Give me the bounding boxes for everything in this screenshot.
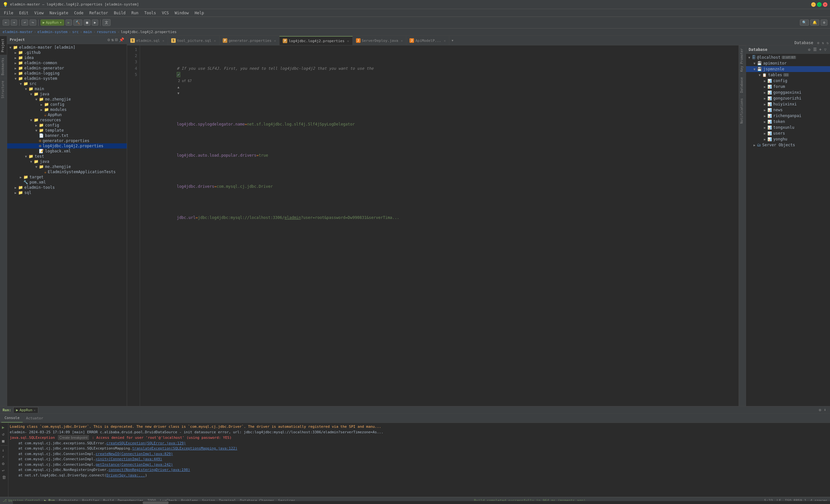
- tree-item-root[interactable]: ▼ 📁 eladmin-master [eladmin]: [7, 45, 127, 50]
- db-table-richenganpai[interactable]: ▶ 📊 richenganpai: [746, 113, 830, 119]
- run-scroll-end-icon[interactable]: ⬇: [823, 408, 827, 412]
- tree-item-test[interactable]: ▼ 📁 test: [7, 154, 127, 159]
- tab-close-icon[interactable]: ✕: [347, 39, 349, 43]
- database-tab[interactable]: Database: [792, 40, 816, 45]
- db-settings-icon[interactable]: ⚙: [816, 41, 821, 45]
- menu-tools[interactable]: Tools: [142, 10, 159, 16]
- create-breakpoint-btn[interactable]: Create breakpoint: [58, 435, 89, 440]
- tree-item-generator[interactable]: ▶ 📁 eladmin-generator: [7, 65, 127, 71]
- tree-item-apprun-class[interactable]: ☕ AppRun: [7, 112, 127, 117]
- console-tab[interactable]: Console: [1, 414, 23, 422]
- breadcrumb-part-4[interactable]: resources: [97, 30, 116, 34]
- tree-item-mezhengjie[interactable]: ▼ 📁 me.zhengjie: [7, 97, 127, 102]
- code-editor[interactable]: 1 2 3 4 5 # If you use SLF4J. First, you…: [127, 45, 739, 406]
- db-list-btn[interactable]: ☰: [812, 47, 818, 52]
- db-table-gongzuorizhi[interactable]: ▶ 📊 gongzuorizhi: [746, 95, 830, 101]
- tab-serverdeploy[interactable]: J ServerDeploy.java ✕: [353, 36, 407, 45]
- tab-close-icon[interactable]: ✕: [444, 39, 446, 42]
- tab-close-icon[interactable]: ✕: [162, 39, 164, 42]
- tab-generator-props[interactable]: P generator.properties ✕: [220, 36, 280, 45]
- back-button[interactable]: ←: [3, 20, 9, 26]
- tab-close-icon[interactable]: ✕: [214, 39, 216, 42]
- breadcrumb-part-1[interactable]: eladmin-system: [37, 30, 67, 34]
- run-button[interactable]: ▶: [65, 20, 72, 26]
- sort-icon[interactable]: ⇅: [111, 37, 114, 42]
- run-rerun-icon[interactable]: ↺: [1, 431, 7, 437]
- menu-build[interactable]: Build: [111, 10, 128, 16]
- tree-item-test-java[interactable]: ▼ 📁 java: [7, 159, 127, 164]
- close-button[interactable]: ✕: [823, 2, 827, 7]
- stack-link-1[interactable]: translateException(SQLExceptionsMapping.…: [132, 446, 238, 450]
- tree-item-template[interactable]: ▼ 📁 template: [7, 128, 127, 133]
- tree-item-tools[interactable]: ▶ 📁 eladmin-tools: [7, 185, 127, 190]
- tree-item-java[interactable]: ▼ 📁 java: [7, 91, 127, 97]
- notifications-side-tab[interactable]: Notifications: [739, 95, 746, 126]
- db-table-forum[interactable]: ▶ 📊 forum: [746, 84, 830, 90]
- search-nav-up[interactable]: ▲: [177, 85, 179, 89]
- stack-link-4[interactable]: getInstance(ConnectionImpl.java:242): [96, 463, 173, 467]
- tree-item-pom[interactable]: 🔧 pom.xml: [7, 180, 127, 185]
- tab-close-icon[interactable]: ✕: [274, 39, 276, 42]
- tab-eladmin-sql[interactable]: S eladmin.sql ✕: [127, 36, 168, 45]
- breadcrumb-part-3[interactable]: main: [83, 30, 92, 34]
- project-tab[interactable]: Project: [0, 36, 7, 55]
- tree-item-modules[interactable]: ▶ 📁 modules: [7, 107, 127, 112]
- db-table-token[interactable]: ▶ 📊 token: [746, 119, 830, 125]
- menu-code[interactable]: Code: [72, 10, 86, 16]
- tree-item-common[interactable]: ▶ 📁 eladmin-common: [7, 60, 127, 65]
- coverage-button[interactable]: ▶: [92, 20, 99, 26]
- menu-file[interactable]: File: [1, 10, 16, 16]
- db-item-apimonitor[interactable]: ▼ 💾 apimonitor: [746, 60, 830, 66]
- tab-close-icon[interactable]: ✕: [401, 39, 403, 42]
- db-table-users[interactable]: ▶ 📊 users: [746, 130, 830, 136]
- db-refresh-icon[interactable]: ↻: [825, 41, 830, 45]
- menu-refactor[interactable]: Refactor: [87, 10, 110, 16]
- actuator-tab[interactable]: Actuator: [23, 414, 46, 422]
- settings-button[interactable]: ⚙: [821, 20, 827, 26]
- tree-item-target[interactable]: ▶ 📁 target: [7, 175, 127, 180]
- structure-tab[interactable]: Structure: [0, 78, 7, 101]
- run-settings-btn[interactable]: ⚙: [1, 461, 7, 467]
- key-promoter-tab[interactable]: Key Promoter: [739, 45, 746, 74]
- pin-icon[interactable]: 📌: [119, 37, 124, 42]
- bookmarks-tab[interactable]: Bookmarks: [0, 55, 7, 78]
- db-sort-icon[interactable]: ⇅: [821, 41, 826, 45]
- tree-item-config[interactable]: ▶ 📁 config: [7, 102, 127, 107]
- stack-link-0[interactable]: createSQLException(SQLError.java:129): [106, 441, 186, 445]
- stack-link-2[interactable]: createNewIO(ConnectionImpl.java:829): [96, 452, 173, 456]
- menu-run[interactable]: Run: [129, 10, 141, 16]
- undo-button[interactable]: ↩: [22, 20, 28, 26]
- tree-item-banner[interactable]: 📄 banner.txt: [7, 133, 127, 138]
- tree-item-log4jdbc[interactable]: ⚙ log4jdbc.log4j2.properties: [7, 144, 127, 149]
- tree-item-main[interactable]: ▼ 📁 main: [7, 86, 127, 91]
- minimize-button[interactable]: –: [811, 2, 816, 7]
- translate-button[interactable]: 文: [102, 19, 110, 26]
- run-tab-close-icon[interactable]: ✕: [34, 409, 35, 412]
- apprun-config[interactable]: ▶ AppRun ▾: [40, 20, 64, 26]
- run-play-icon[interactable]: ▶: [1, 424, 7, 430]
- forward-button[interactable]: →: [11, 20, 18, 26]
- stack-link-3[interactable]: <init>(ConnectionImpl.java:449): [96, 457, 162, 461]
- menu-help[interactable]: Help: [192, 10, 206, 16]
- db-item-localhost[interactable]: ▼ 🗄 @localhost 2 of 67: [746, 55, 830, 60]
- run-settings-icon[interactable]: ⚙: [818, 408, 823, 412]
- gear-icon[interactable]: ⚙: [108, 37, 110, 42]
- stack-link-5[interactable]: connect(NonRegisteringDriver.java:198): [108, 468, 190, 472]
- run-scroll-icon[interactable]: ↓: [1, 447, 7, 453]
- run-trash-icon[interactable]: 🗑: [1, 474, 7, 480]
- menu-navigate[interactable]: Navigate: [47, 10, 71, 16]
- collapse-icon[interactable]: ⊟: [115, 37, 118, 42]
- maximize-button[interactable]: □: [817, 2, 822, 7]
- db-filter-btn[interactable]: ▽: [823, 47, 827, 52]
- tree-item-test-pkg[interactable]: ▼ 📁 me.zhengjie: [7, 164, 127, 169]
- search-nav-down[interactable]: ▼: [177, 91, 179, 95]
- db-item-server-objects[interactable]: ▶ 🗂 Server Objects: [746, 142, 830, 148]
- tree-item-test-class[interactable]: ☕ EladminSystemApplicationTests: [7, 169, 127, 175]
- apprun-run-tab[interactable]: ▶ AppRun ✕: [13, 407, 39, 413]
- notifications-button[interactable]: 🔔: [810, 20, 819, 26]
- menu-edit[interactable]: Edit: [17, 10, 31, 16]
- breadcrumb-part-5[interactable]: log4jdbc.log4j2.properties: [121, 30, 177, 34]
- db-table-config[interactable]: ▶ 📊 config: [746, 78, 830, 84]
- search-everywhere-button[interactable]: 🔍: [800, 20, 809, 26]
- db-item-jspmnznle[interactable]: ▼ 💾 jspmnznle: [746, 66, 830, 72]
